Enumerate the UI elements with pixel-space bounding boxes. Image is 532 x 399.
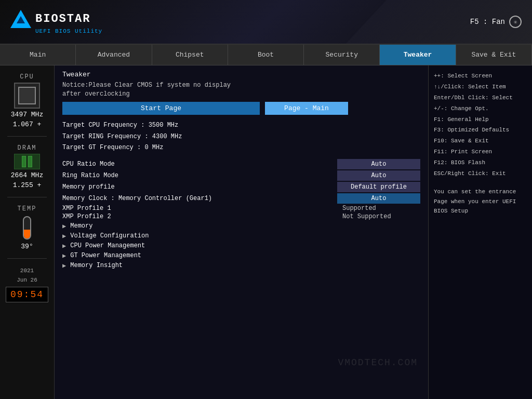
xmp1-value: Supported xyxy=(337,205,420,212)
start-page-row: Start Page Page - Main xyxy=(62,102,420,115)
mem-clock-value[interactable]: Auto xyxy=(337,193,420,204)
temp-label: TEMP xyxy=(18,205,37,212)
help-description: You can set the entrance Page when you e… xyxy=(434,187,527,216)
page-main-button[interactable]: Page - Main xyxy=(265,102,348,115)
settings-row-cpu-ratio: CPU Ratio Mode Auto xyxy=(62,159,420,169)
tab-boot[interactable]: Boot xyxy=(228,45,304,65)
submenu-label-gt-power: GT Power Management xyxy=(70,252,141,259)
dram-volt: 1.255 + xyxy=(13,181,42,189)
help-key-item: ++: Select Screen xyxy=(434,71,527,82)
notice-line2: after overclocking xyxy=(62,90,420,98)
xmp1-label: XMP Profile 1 xyxy=(62,205,337,212)
submenu-memory[interactable]: ▶ Memory xyxy=(62,222,420,230)
dram-section: DRAM 2664 MHz 1.255 + xyxy=(3,144,51,189)
help-key-item: F12: BIOS Flash xyxy=(434,157,527,168)
submenu-label-cpu-power: CPU Power Management xyxy=(70,242,145,249)
submenu-label-memory: Memory xyxy=(70,222,92,230)
submenu-label-memory-insight: Memory Insight xyxy=(70,262,123,269)
cpu-freq: 3497 MHz xyxy=(11,111,43,118)
help-keys: ++: Select Screen↑↓/Click: Select ItemEn… xyxy=(434,71,527,179)
divider-2 xyxy=(7,197,46,197)
settings-row-ring-ratio: Ring Ratio Mode Auto xyxy=(62,170,420,181)
page-title: Tweaker xyxy=(62,71,420,78)
submenu-cpu-power[interactable]: ▶ CPU Power Management xyxy=(62,242,420,250)
mem-profile-label: Memory profile xyxy=(62,183,337,191)
settings-row-xmp2: XMP Profile 2 Not Supported xyxy=(62,213,420,220)
brand-subtitle: UEFI BIOS Utility xyxy=(35,28,102,34)
submenu-voltage[interactable]: ▶ Voltage Configuration xyxy=(62,232,420,240)
help-key-item: +/-: Change Opt. xyxy=(434,103,527,114)
tab-security[interactable]: Security xyxy=(304,45,380,65)
divider-3 xyxy=(7,258,46,259)
cpu-label: CPU xyxy=(20,73,34,81)
dram-icon xyxy=(14,154,40,169)
date-display: 2021 Jun 26 xyxy=(17,267,37,285)
sidebar: CPU 3497 MHz 1.067 + DRAM 2664 MHz 1.255… xyxy=(0,65,55,399)
logo-area: BIOSTAR UEFI BIOS Utility xyxy=(10,10,102,34)
header: BIOSTAR UEFI BIOS Utility F5 : Fan ✳ xyxy=(0,0,532,45)
tab-chipset[interactable]: Chipset xyxy=(152,45,228,65)
freq-info: Target CPU Frequency : 3500 MHz Target R… xyxy=(62,120,420,154)
date-year: 2021 xyxy=(17,267,37,276)
submenu-memory-insight[interactable]: ▶ Memory Insight xyxy=(62,262,420,270)
tab-advanced[interactable]: Advanced xyxy=(76,45,152,65)
fan-icon: ✳ xyxy=(509,16,522,28)
tab-tweaker[interactable]: Tweaker xyxy=(380,45,456,65)
settings-row-mem-clock: Memory Clock : Memory Controller (Gear1)… xyxy=(62,193,420,204)
tab-main[interactable]: Main xyxy=(0,45,76,65)
ring-freq-info: Target RING Frequency : 4300 MHz xyxy=(62,131,420,143)
cpu-section: CPU 3497 MHz 1.067 + xyxy=(3,73,51,128)
help-key-item: Enter/Dbl Click: Select xyxy=(434,92,527,103)
xmp2-label: XMP Profile 2 xyxy=(62,213,337,220)
time-display: 09:54 xyxy=(6,287,48,302)
fan-control[interactable]: F5 : Fan ✳ xyxy=(470,16,522,28)
ring-ratio-label: Ring Ratio Mode xyxy=(62,172,337,179)
fan-label: F5 : Fan xyxy=(470,18,505,26)
gt-freq-info: Target GT Frequency : 0 MHz xyxy=(62,142,420,154)
temp-section: TEMP 39° xyxy=(3,205,51,250)
main-content: CPU 3497 MHz 1.067 + DRAM 2664 MHz 1.255… xyxy=(0,65,532,399)
dram-stick-2 xyxy=(28,156,32,167)
logo-brand: BIOSTAR xyxy=(10,10,90,28)
temp-value: 39° xyxy=(21,243,33,250)
help-key-item: ESC/Right Click: Exit xyxy=(434,168,527,179)
cpu-freq-info: Target CPU Frequency : 3500 MHz xyxy=(62,120,420,131)
dram-label: DRAM xyxy=(18,144,37,152)
help-key-item: F11: Print Screen xyxy=(434,147,527,157)
start-page-button[interactable]: Start Page xyxy=(62,102,260,115)
help-key-item: ↑↓/Click: Select Item xyxy=(434,82,527,92)
submenu-arrow-memory: ▶ xyxy=(62,222,66,230)
cpu-icon xyxy=(14,83,40,109)
dram-sticks xyxy=(22,156,32,167)
cpu-volt: 1.067 + xyxy=(13,121,42,128)
help-key-item: F3: Optimized Defaults xyxy=(434,125,527,136)
thermometer-icon xyxy=(19,215,35,241)
submenu-arrow-voltage: ▶ xyxy=(62,232,66,240)
cpu-ratio-value[interactable]: Auto xyxy=(337,159,420,169)
right-panel: ++: Select Screen↑↓/Click: Select ItemEn… xyxy=(428,65,532,399)
help-key-item: F10: Save & Exit xyxy=(434,136,527,147)
settings-row-mem-profile: Memory profile Default profile xyxy=(62,182,420,192)
center-content: Tweaker Notice:Please Clear CMOS if syst… xyxy=(55,65,428,399)
submenu-arrow-gt-power: ▶ xyxy=(62,252,66,260)
submenu-arrow-memory-insight: ▶ xyxy=(62,262,66,270)
notice-line1: Notice:Please Clear CMOS if system no di… xyxy=(62,82,420,89)
tab-save-exit[interactable]: Save & Exit xyxy=(456,45,532,65)
dram-freq: 2664 MHz xyxy=(11,171,43,179)
submenu-label-voltage: Voltage Configuration xyxy=(70,232,149,240)
submenu-gt-power[interactable]: ▶ GT Power Management xyxy=(62,252,420,260)
divider-1 xyxy=(7,136,46,137)
xmp2-value: Not Supported xyxy=(337,213,420,220)
mem-profile-value[interactable]: Default profile xyxy=(337,182,420,192)
thermometer-body xyxy=(23,216,31,240)
logo-icon xyxy=(10,10,31,28)
submenu-arrow-cpu-power: ▶ xyxy=(62,242,66,250)
date-section: 2021 Jun 26 09:54 xyxy=(3,267,51,302)
dram-stick-1 xyxy=(22,156,26,167)
ring-ratio-value[interactable]: Auto xyxy=(337,170,420,181)
settings-row-xmp1: XMP Profile 1 Supported xyxy=(62,205,420,212)
help-key-item: F1: General Help xyxy=(434,114,527,125)
nav-tabs: Main Advanced Chipset Boot Security Twea… xyxy=(0,45,532,65)
mem-clock-label: Memory Clock : Memory Controller (Gear1) xyxy=(62,195,337,202)
date-day: Jun 26 xyxy=(17,276,37,285)
